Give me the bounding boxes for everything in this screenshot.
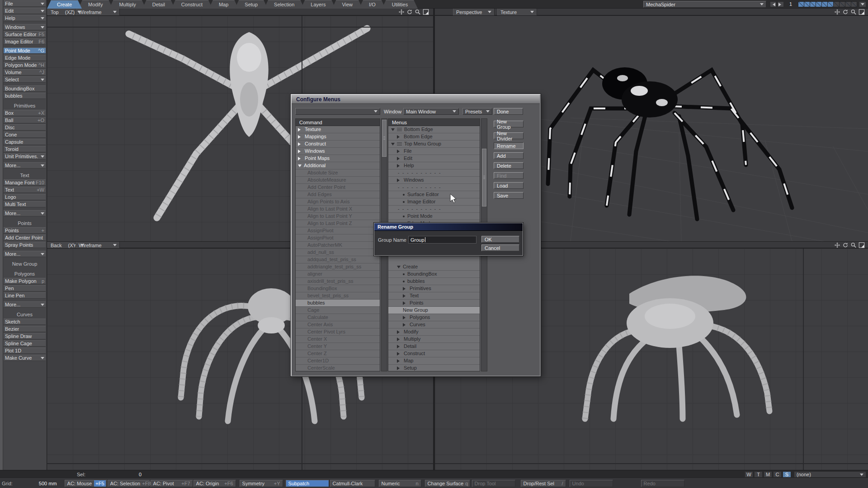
sidebar-item-make-curve[interactable]: Make Curve	[4, 355, 46, 361]
command-row-point-maps[interactable]: Point Maps	[296, 155, 380, 162]
status-button-ac-mouse[interactable]: AC: Mouse+F5	[65, 480, 107, 487]
object-selector-dropdown[interactable]: MechaSpider	[643, 1, 766, 8]
sidebar-item-manage-fonts[interactable]: Manage FontsF10	[4, 179, 46, 186]
menu-row-detail[interactable]: Detail	[388, 343, 480, 350]
scrollbar-thumb[interactable]	[482, 149, 486, 206]
sidebar-item-image-editor[interactable]: Image EditorF6	[4, 38, 46, 45]
menu-row-modify[interactable]: Modify	[388, 328, 480, 336]
command-row-aligner[interactable]: aligner	[296, 271, 380, 278]
sidebar-item-more[interactable]: More...	[4, 162, 46, 169]
status-button-symmetry[interactable]: Symmetry+Y	[240, 480, 283, 487]
sidebar-item-boundingbox[interactable]: BoundingBox	[4, 85, 46, 92]
visibility-button-c[interactable]: C	[773, 471, 782, 478]
expand-icon[interactable]	[858, 9, 865, 15]
status-button-redo[interactable]: Redo	[641, 480, 684, 487]
menu-row-map[interactable]: Map	[388, 357, 480, 365]
command-row-align-to-last-point-x[interactable]: Align to Last Point X	[296, 206, 380, 213]
sidebar-item-spline-cage[interactable]: Spline Cage	[4, 340, 46, 347]
dialog-title-bar[interactable]: Rename Group	[374, 223, 523, 231]
command-row-bubbles[interactable]: bubbles	[296, 300, 380, 307]
command-row-add-null-ss[interactable]: add_null_ss	[296, 249, 380, 256]
menu-row-multiply[interactable]: Multiply	[388, 336, 480, 343]
command-row-absolute-size[interactable]: Absolute Size	[296, 169, 380, 177]
tab-view[interactable]: View	[332, 0, 363, 9]
command-row-bevel-test-pris-ss[interactable]: bevel_test_pris_ss	[296, 292, 380, 300]
visibility-button-t[interactable]: T	[754, 471, 763, 478]
cancel-button[interactable]: Cancel	[481, 244, 519, 251]
status-button-change-surface[interactable]: Change Surfaceq	[425, 480, 470, 487]
sidebar-item-windows[interactable]: Windows	[4, 24, 46, 30]
status-button-ac-pivot[interactable]: AC: Pivot+F7	[151, 480, 193, 487]
menu-row-setup[interactable]: Setup	[388, 365, 480, 371]
command-row-additional[interactable]: Additional	[296, 162, 380, 169]
sidebar-item-spline-draw[interactable]: Spline Draw	[4, 333, 46, 339]
menu-row-text[interactable]: Text	[388, 292, 480, 300]
layer-slot-10[interactable]	[851, 1, 857, 7]
menu-divider-row[interactable]: - - - - - - - - - -	[388, 169, 480, 177]
sidebar-item-surface-editor[interactable]: Surface EditorF5	[4, 31, 46, 38]
sidebar-item-more[interactable]: More...	[4, 251, 46, 257]
sidebar-item-volume[interactable]: Volume^J	[4, 69, 46, 75]
tab-detail[interactable]: Detail	[142, 0, 175, 9]
sidebar-item-multi-text[interactable]: Multi Text	[4, 201, 46, 207]
presets-dropdown[interactable]: Presets	[462, 108, 492, 115]
sidebar-item-more[interactable]: More...	[4, 301, 46, 308]
menu-row-windows[interactable]: Windows	[388, 177, 480, 184]
rotate-icon[interactable]	[842, 242, 849, 248]
visibility-button-w[interactable]: W	[745, 471, 753, 478]
sidebar-item-toroid[interactable]: Toroid	[4, 146, 46, 152]
layer-slot-5[interactable]	[821, 1, 828, 7]
command-row-align-to-last-point-y[interactable]: Align to Last Point Y	[296, 213, 380, 220]
save-button[interactable]: Save	[494, 192, 524, 199]
sidebar-item-bubbles[interactable]: bubbles	[4, 93, 46, 99]
ok-button[interactable]: OK	[481, 236, 519, 243]
rename-button[interactable]: Rename	[494, 142, 524, 149]
menu-row-surface-editor[interactable]: Surface Editor	[388, 191, 480, 198]
viewport-mode-dropdown-top[interactable]: Wireframe	[75, 9, 120, 15]
zoom-icon[interactable]	[850, 9, 857, 15]
sidebar-item-plot-1d[interactable]: Plot 1D	[4, 347, 46, 354]
command-row-center-z[interactable]: Center Z	[296, 350, 380, 357]
sidebar-item-ball[interactable]: Ball+O	[4, 117, 46, 123]
tab-modify[interactable]: Modify	[78, 0, 113, 9]
command-row-texture[interactable]: Texture	[296, 126, 380, 133]
tab-utilities[interactable]: Utilities	[382, 0, 418, 9]
sidebar-item-edge-mode[interactable]: Edge Mode	[4, 55, 46, 61]
expand-icon[interactable]	[422, 9, 429, 15]
layer-slot-8[interactable]	[839, 1, 845, 7]
layer-menu-dropdown[interactable]	[859, 1, 866, 7]
command-row-windows[interactable]: Windows	[296, 148, 380, 155]
menu-row-bottom-edge[interactable]: Bottom Edge	[388, 126, 480, 133]
menu-row-top-menu-group[interactable]: Top Menu Group	[388, 141, 480, 148]
command-row-axisdrill-test-pris-ss[interactable]: axisdrill_test_pris_ss	[296, 278, 380, 285]
command-filter-dropdown[interactable]	[295, 108, 380, 115]
command-row-addquad-test-pris-ss[interactable]: addquad_test_pris_ss	[296, 256, 380, 263]
sidebar-item-box[interactable]: Box+X	[4, 110, 46, 116]
command-row-align-points-to-axis[interactable]: Align Points to Axis	[296, 198, 380, 206]
tab-multiply[interactable]: Multiply	[109, 0, 146, 9]
menu-row-construct[interactable]: Construct	[388, 350, 480, 357]
command-row-mappings[interactable]: Mappings	[296, 133, 380, 141]
zoom-icon[interactable]	[850, 242, 857, 248]
command-row-assignpivot[interactable]: AssignPivot	[296, 235, 380, 242]
sidebar-item-disc[interactable]: Disc	[4, 124, 46, 131]
menu-row-help[interactable]: Help	[388, 162, 480, 169]
command-row-construct[interactable]: Construct	[296, 141, 380, 148]
status-button-ac-origin[interactable]: AC: Origin+F6	[193, 480, 236, 487]
command-row-calculate[interactable]: Calculate	[296, 314, 380, 321]
layer-slot-2[interactable]	[804, 1, 810, 7]
menu-row-polygons[interactable]: Polygons	[388, 314, 480, 321]
sidebar-item-bezier[interactable]: Bezier	[4, 326, 46, 332]
sidebar-menu-edit[interactable]: Edit	[4, 8, 46, 14]
tab-setup[interactable]: Setup	[235, 0, 268, 9]
menu-row-boundingbox[interactable]: BoundingBox	[388, 271, 480, 278]
sidebar-menu-file[interactable]: File	[4, 0, 46, 7]
menu-row-primitives[interactable]: Primitives	[388, 285, 480, 292]
command-row-boundingbox[interactable]: BoundingBox	[296, 285, 380, 292]
tab-map[interactable]: Map	[209, 0, 238, 9]
expand-icon[interactable]	[858, 242, 865, 248]
status-button-drop-tool[interactable]: Drop Tool	[472, 480, 515, 487]
prev-layer-button[interactable]	[770, 1, 776, 7]
menu-row-points[interactable]: Points	[388, 300, 480, 307]
command-row-align-to-last-point-z[interactable]: Align to Last Point Z	[296, 220, 380, 227]
